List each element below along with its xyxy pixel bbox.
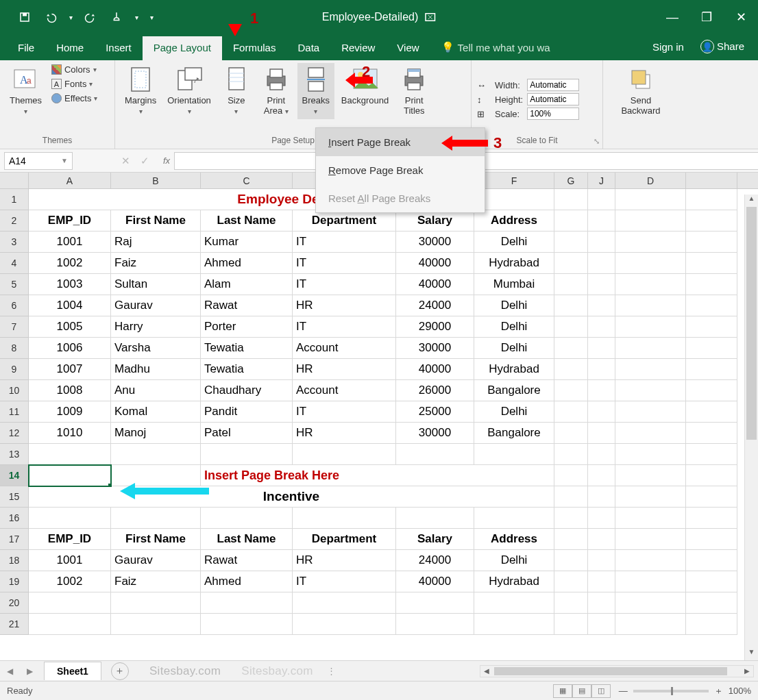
- window-title: Employee-Detailed): [322, 11, 437, 23]
- row-header-16[interactable]: 16: [0, 508, 29, 529]
- touch-mode-button[interactable]: [104, 6, 129, 28]
- row-header-8[interactable]: 8: [0, 338, 29, 359]
- row-header-12[interactable]: 12: [0, 423, 29, 444]
- orientation-button[interactable]: Orientation▾: [163, 63, 215, 119]
- row-header-20[interactable]: 20: [0, 592, 29, 614]
- namebox-dropdown-icon[interactable]: ▼: [61, 157, 68, 164]
- breaks-button[interactable]: Breaks▾: [297, 63, 334, 119]
- title-incentive[interactable]: Incentive: [29, 486, 554, 508]
- remove-page-break-item[interactable]: Remove Page Break: [316, 156, 485, 184]
- tab-data[interactable]: Data: [286, 36, 330, 60]
- cells-area[interactable]: Employee DetailsEMP_IDFirst NameLast Nam…: [29, 189, 758, 635]
- row-header-17[interactable]: 17: [0, 529, 29, 550]
- tab-home[interactable]: Home: [45, 36, 95, 60]
- row-header-11[interactable]: 11: [0, 401, 29, 423]
- col-header-d2[interactable]: D: [615, 173, 686, 188]
- row-header-2[interactable]: 2: [0, 210, 29, 232]
- col-header-j[interactable]: J: [588, 173, 615, 188]
- row-header-6[interactable]: 6: [0, 295, 29, 316]
- row-header-4[interactable]: 4: [0, 253, 29, 274]
- undo-more-button[interactable]: ▾: [64, 6, 77, 28]
- width-label: Width:: [495, 80, 523, 90]
- tab-review[interactable]: Review: [330, 36, 386, 60]
- scroll-down-button[interactable]: ▼: [745, 648, 758, 660]
- annotation-number-1: 1: [250, 10, 258, 27]
- effects-button[interactable]: Effects ▾: [49, 92, 101, 105]
- row-header-1[interactable]: 1: [0, 189, 29, 210]
- share-button[interactable]: 👤Share: [692, 34, 753, 60]
- row-header-14[interactable]: 14: [0, 465, 29, 486]
- scale-launcher[interactable]: ⤡: [594, 137, 600, 146]
- page-layout-view-button[interactable]: ▤: [572, 684, 591, 698]
- tab-page-layout[interactable]: Page Layout: [143, 36, 222, 60]
- hscroll-thumb[interactable]: [494, 667, 727, 675]
- zoom-in-button[interactable]: ＋: [714, 685, 723, 697]
- scroll-right-button[interactable]: ▶: [741, 666, 753, 677]
- view-buttons: ▦ ▤ ◫: [553, 684, 611, 698]
- row-header-18[interactable]: 18: [0, 550, 29, 571]
- normal-view-button[interactable]: ▦: [553, 684, 572, 698]
- row-header-7[interactable]: 7: [0, 316, 29, 338]
- zoom-out-button[interactable]: —: [619, 686, 628, 696]
- cancel-formula-button[interactable]: ✕: [117, 155, 134, 167]
- width-input[interactable]: [527, 79, 579, 91]
- sheet-tab-sheet1[interactable]: Sheet1: [44, 662, 101, 680]
- vscroll-thumb[interactable]: [746, 207, 757, 440]
- row-header-13[interactable]: 13: [0, 444, 29, 465]
- col-header-g[interactable]: G: [554, 173, 588, 188]
- print-area-icon: [262, 66, 290, 93]
- themes-button[interactable]: Aa Themes▾: [5, 63, 46, 119]
- redo-button[interactable]: [78, 6, 103, 28]
- customize-qat-button[interactable]: ▾: [144, 6, 159, 28]
- scroll-left-button[interactable]: ◀: [480, 666, 493, 677]
- reset-page-breaks-item[interactable]: Reset All Page Breaks: [316, 184, 485, 212]
- scale-input[interactable]: [527, 108, 579, 120]
- col-header-b[interactable]: B: [111, 173, 201, 188]
- undo-button[interactable]: [38, 6, 63, 28]
- print-titles-button[interactable]: Print Titles: [395, 63, 432, 119]
- margins-button[interactable]: Margins▾: [121, 63, 160, 119]
- col-header-c[interactable]: C: [201, 173, 293, 188]
- row-header-9[interactable]: 9: [0, 359, 29, 380]
- sign-in-button[interactable]: Sign in: [644, 36, 692, 60]
- select-all-corner[interactable]: [0, 173, 29, 189]
- restore-button[interactable]: ❐: [689, 0, 724, 34]
- col-header-a[interactable]: A: [29, 173, 111, 188]
- new-sheet-button[interactable]: ＋: [111, 662, 129, 680]
- save-button[interactable]: [12, 6, 37, 28]
- horizontal-scrollbar[interactable]: ◀ ▶: [480, 665, 754, 677]
- send-backward-button[interactable]: Send Backward: [617, 63, 664, 119]
- row-header-15[interactable]: 15: [0, 486, 29, 508]
- row-header-5[interactable]: 5: [0, 274, 29, 295]
- touch-more-button[interactable]: ▾: [130, 6, 143, 28]
- tab-insert[interactable]: Insert: [95, 36, 143, 60]
- tell-me-input[interactable]: 💡Tell me what you wa: [430, 36, 561, 60]
- sheet-nav-next[interactable]: ▶: [20, 666, 40, 676]
- tab-split-handle[interactable]: ⋮: [327, 666, 336, 676]
- height-input[interactable]: [527, 93, 579, 105]
- vertical-scrollbar[interactable]: ▲ ▼: [744, 195, 758, 660]
- page-break-view-button[interactable]: ◫: [591, 684, 611, 698]
- tab-view[interactable]: View: [386, 36, 430, 60]
- row-header-21[interactable]: 21: [0, 614, 29, 635]
- name-box[interactable]: A14▼: [4, 152, 73, 170]
- colors-button[interactable]: Colors ▾: [49, 63, 101, 76]
- fonts-button[interactable]: AFonts ▾: [49, 77, 101, 90]
- sheet-nav-prev[interactable]: ◀: [0, 666, 20, 676]
- row-header-19[interactable]: 19: [0, 571, 29, 592]
- close-button[interactable]: ✕: [724, 0, 758, 34]
- row-header-3[interactable]: 3: [0, 232, 29, 253]
- col-header-f[interactable]: F: [474, 173, 554, 188]
- tab-file[interactable]: File: [7, 36, 45, 60]
- row-header-10[interactable]: 10: [0, 380, 29, 401]
- fx-icon[interactable]: fx: [159, 155, 174, 166]
- watermark-2: Sitesbay.com: [241, 664, 313, 678]
- enter-formula-button[interactable]: ✓: [136, 155, 154, 167]
- zoom-slider[interactable]: [633, 690, 709, 692]
- scroll-up-button[interactable]: ▲: [745, 195, 758, 207]
- selected-cell-a14[interactable]: [29, 465, 111, 486]
- print-area-button[interactable]: Print Area ▾: [258, 63, 295, 119]
- size-button[interactable]: Size▾: [218, 63, 255, 119]
- tab-formulas[interactable]: Formulas: [222, 36, 287, 60]
- minimize-button[interactable]: —: [655, 0, 689, 34]
